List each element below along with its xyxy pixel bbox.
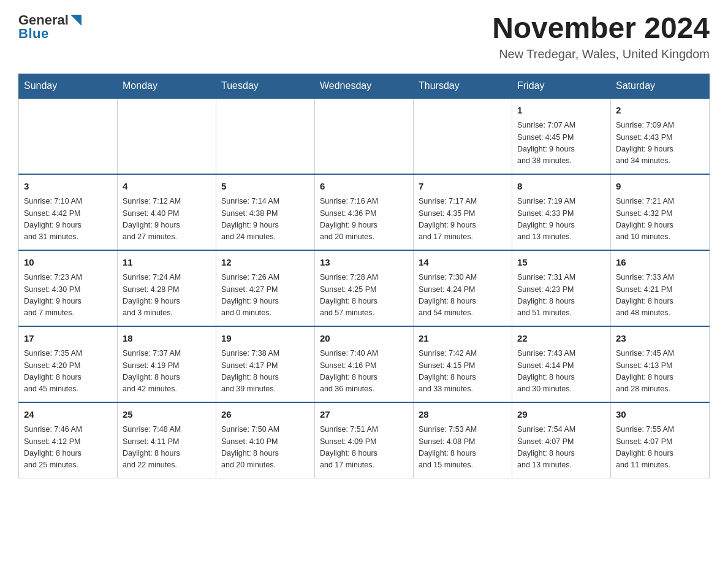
- table-row: 5Sunrise: 7:14 AM Sunset: 4:38 PM Daylig…: [216, 174, 315, 250]
- table-row: 9Sunrise: 7:21 AM Sunset: 4:32 PM Daylig…: [611, 174, 710, 250]
- table-row: 21Sunrise: 7:42 AM Sunset: 4:15 PM Dayli…: [414, 326, 512, 402]
- month-title: November 2024: [492, 12, 710, 45]
- day-number: 29: [517, 408, 605, 422]
- day-number: 16: [616, 256, 704, 270]
- table-row: 20Sunrise: 7:40 AM Sunset: 4:16 PM Dayli…: [315, 326, 414, 402]
- table-row: 14Sunrise: 7:30 AM Sunset: 4:24 PM Dayli…: [414, 250, 512, 326]
- day-number: 30: [616, 408, 704, 422]
- table-row: 17Sunrise: 7:35 AM Sunset: 4:20 PM Dayli…: [19, 326, 118, 402]
- header-sunday: Sunday: [19, 74, 118, 98]
- table-row: 11Sunrise: 7:24 AM Sunset: 4:28 PM Dayli…: [118, 250, 216, 326]
- day-info: Sunrise: 7:42 AM Sunset: 4:15 PM Dayligh…: [419, 348, 507, 396]
- table-row: 26Sunrise: 7:50 AM Sunset: 4:10 PM Dayli…: [216, 402, 315, 478]
- header-saturday: Saturday: [611, 74, 710, 98]
- day-info: Sunrise: 7:30 AM Sunset: 4:24 PM Dayligh…: [419, 272, 507, 320]
- day-number: 2: [616, 104, 704, 118]
- day-number: 20: [320, 332, 408, 346]
- table-row: 23Sunrise: 7:45 AM Sunset: 4:13 PM Dayli…: [611, 326, 710, 402]
- header-monday: Monday: [118, 74, 216, 98]
- table-row: 24Sunrise: 7:46 AM Sunset: 4:12 PM Dayli…: [19, 402, 118, 478]
- table-row: 29Sunrise: 7:54 AM Sunset: 4:07 PM Dayli…: [512, 402, 611, 478]
- day-info: Sunrise: 7:17 AM Sunset: 4:35 PM Dayligh…: [419, 196, 507, 243]
- day-number: 23: [616, 332, 704, 346]
- day-info: Sunrise: 7:53 AM Sunset: 4:08 PM Dayligh…: [419, 424, 507, 472]
- table-row: 28Sunrise: 7:53 AM Sunset: 4:08 PM Dayli…: [414, 402, 512, 478]
- header-friday: Friday: [512, 74, 611, 98]
- table-row: 10Sunrise: 7:23 AM Sunset: 4:30 PM Dayli…: [19, 250, 118, 326]
- day-info: Sunrise: 7:51 AM Sunset: 4:09 PM Dayligh…: [320, 424, 408, 472]
- table-row: [315, 98, 414, 174]
- page-header: General Blue November 2024 New Tredegar,…: [18, 12, 710, 61]
- table-row: 22Sunrise: 7:43 AM Sunset: 4:14 PM Dayli…: [512, 326, 611, 402]
- table-row: 16Sunrise: 7:33 AM Sunset: 4:21 PM Dayli…: [611, 250, 710, 326]
- logo-triangle-icon: [70, 15, 82, 26]
- location-text: New Tredegar, Wales, United Kingdom: [492, 47, 710, 61]
- day-info: Sunrise: 7:33 AM Sunset: 4:21 PM Dayligh…: [616, 272, 704, 320]
- day-number: 6: [320, 180, 408, 194]
- table-row: 30Sunrise: 7:55 AM Sunset: 4:07 PM Dayli…: [611, 402, 710, 478]
- table-row: 1Sunrise: 7:07 AM Sunset: 4:45 PM Daylig…: [512, 98, 611, 174]
- day-number: 25: [123, 408, 211, 422]
- day-number: 18: [123, 332, 211, 346]
- day-number: 27: [320, 408, 408, 422]
- logo: General Blue: [18, 12, 82, 42]
- day-info: Sunrise: 7:43 AM Sunset: 4:14 PM Dayligh…: [517, 348, 605, 396]
- day-info: Sunrise: 7:37 AM Sunset: 4:19 PM Dayligh…: [123, 348, 211, 396]
- table-row: 8Sunrise: 7:19 AM Sunset: 4:33 PM Daylig…: [512, 174, 611, 250]
- day-number: 15: [517, 256, 605, 270]
- table-row: 13Sunrise: 7:28 AM Sunset: 4:25 PM Dayli…: [315, 250, 414, 326]
- table-row: 15Sunrise: 7:31 AM Sunset: 4:23 PM Dayli…: [512, 250, 611, 326]
- table-row: 18Sunrise: 7:37 AM Sunset: 4:19 PM Dayli…: [118, 326, 216, 402]
- day-info: Sunrise: 7:26 AM Sunset: 4:27 PM Dayligh…: [221, 272, 309, 320]
- day-info: Sunrise: 7:50 AM Sunset: 4:10 PM Dayligh…: [221, 424, 309, 472]
- day-info: Sunrise: 7:19 AM Sunset: 4:33 PM Dayligh…: [517, 196, 605, 243]
- day-info: Sunrise: 7:16 AM Sunset: 4:36 PM Dayligh…: [320, 196, 408, 243]
- title-block: November 2024 New Tredegar, Wales, Unite…: [492, 12, 710, 61]
- day-info: Sunrise: 7:28 AM Sunset: 4:25 PM Dayligh…: [320, 272, 408, 320]
- day-info: Sunrise: 7:54 AM Sunset: 4:07 PM Dayligh…: [517, 424, 605, 472]
- table-row: 12Sunrise: 7:26 AM Sunset: 4:27 PM Dayli…: [216, 250, 315, 326]
- table-row: [414, 98, 512, 174]
- day-number: 21: [419, 332, 507, 346]
- day-number: 26: [221, 408, 309, 422]
- week-row-3: 10Sunrise: 7:23 AM Sunset: 4:30 PM Dayli…: [19, 250, 710, 326]
- day-info: Sunrise: 7:46 AM Sunset: 4:12 PM Dayligh…: [24, 424, 112, 472]
- day-number: 11: [123, 256, 211, 270]
- day-number: 9: [616, 180, 704, 194]
- logo-blue-text: Blue: [18, 26, 49, 42]
- table-row: 19Sunrise: 7:38 AM Sunset: 4:17 PM Dayli…: [216, 326, 315, 402]
- table-row: [19, 98, 118, 174]
- day-info: Sunrise: 7:12 AM Sunset: 4:40 PM Dayligh…: [123, 196, 211, 243]
- day-info: Sunrise: 7:23 AM Sunset: 4:30 PM Dayligh…: [24, 272, 112, 320]
- header-wednesday: Wednesday: [315, 74, 414, 98]
- table-row: [118, 98, 216, 174]
- table-row: [216, 98, 315, 174]
- day-info: Sunrise: 7:10 AM Sunset: 4:42 PM Dayligh…: [24, 196, 112, 243]
- day-number: 17: [24, 332, 112, 346]
- day-number: 4: [123, 180, 211, 194]
- table-row: 2Sunrise: 7:09 AM Sunset: 4:43 PM Daylig…: [611, 98, 710, 174]
- week-row-1: 1Sunrise: 7:07 AM Sunset: 4:45 PM Daylig…: [19, 98, 710, 174]
- day-number: 12: [221, 256, 309, 270]
- day-number: 19: [221, 332, 309, 346]
- day-number: 22: [517, 332, 605, 346]
- table-row: 3Sunrise: 7:10 AM Sunset: 4:42 PM Daylig…: [19, 174, 118, 250]
- day-number: 10: [24, 256, 112, 270]
- day-info: Sunrise: 7:45 AM Sunset: 4:13 PM Dayligh…: [616, 348, 704, 396]
- calendar-table: Sunday Monday Tuesday Wednesday Thursday…: [18, 74, 710, 478]
- table-row: 7Sunrise: 7:17 AM Sunset: 4:35 PM Daylig…: [414, 174, 512, 250]
- day-info: Sunrise: 7:40 AM Sunset: 4:16 PM Dayligh…: [320, 348, 408, 396]
- day-number: 5: [221, 180, 309, 194]
- day-info: Sunrise: 7:31 AM Sunset: 4:23 PM Dayligh…: [517, 272, 605, 320]
- day-number: 1: [517, 104, 605, 118]
- table-row: 25Sunrise: 7:48 AM Sunset: 4:11 PM Dayli…: [118, 402, 216, 478]
- table-row: 6Sunrise: 7:16 AM Sunset: 4:36 PM Daylig…: [315, 174, 414, 250]
- day-number: 24: [24, 408, 112, 422]
- week-row-5: 24Sunrise: 7:46 AM Sunset: 4:12 PM Dayli…: [19, 402, 710, 478]
- day-info: Sunrise: 7:07 AM Sunset: 4:45 PM Dayligh…: [517, 120, 605, 167]
- day-info: Sunrise: 7:35 AM Sunset: 4:20 PM Dayligh…: [24, 348, 112, 396]
- svg-marker-0: [70, 15, 82, 26]
- weekday-header-row: Sunday Monday Tuesday Wednesday Thursday…: [19, 74, 710, 98]
- day-number: 8: [517, 180, 605, 194]
- day-info: Sunrise: 7:09 AM Sunset: 4:43 PM Dayligh…: [616, 120, 704, 167]
